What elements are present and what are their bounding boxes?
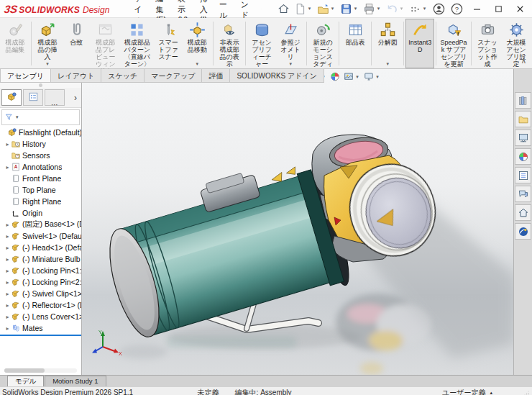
panel-tab[interactable] bbox=[1, 89, 22, 106]
expand-arrow-icon[interactable] bbox=[4, 164, 11, 171]
panel-tab[interactable]: ⋯ bbox=[45, 89, 65, 106]
dropdown-caret-icon[interactable] bbox=[306, 6, 313, 12]
ribbon-insert-component-button[interactable]: 構成部品の挿入 bbox=[33, 19, 62, 68]
config-selector[interactable]: ユーザー定義 bbox=[442, 388, 485, 395]
ribbon-speedpak-update-button[interactable]: SpeedPak サブアセンブリを更新 bbox=[438, 19, 469, 68]
headsup-button[interactable] bbox=[329, 71, 341, 83]
dropdown-caret-icon[interactable] bbox=[421, 6, 428, 12]
command-tab[interactable]: スケッチ bbox=[101, 69, 145, 83]
expand-arrow-icon[interactable] bbox=[4, 325, 11, 332]
panel-expand-arrow[interactable]: › bbox=[71, 93, 80, 103]
expand-arrow-icon[interactable] bbox=[4, 302, 11, 309]
window-button[interactable] bbox=[509, 1, 531, 17]
tree-root-item[interactable]: Flashlight (Default) <D bbox=[0, 127, 81, 138]
dropdown-caret-icon[interactable] bbox=[329, 6, 336, 12]
expand-arrow-icon[interactable] bbox=[4, 314, 11, 320]
ribbon-move-component-button[interactable]: 構成部品移動 bbox=[183, 19, 211, 68]
tree-item[interactable]: Right Plane bbox=[0, 196, 81, 207]
tree-item[interactable]: (-) Head<1> (Defa bbox=[0, 242, 81, 253]
scrollbar-thumb[interactable] bbox=[4, 368, 45, 373]
expand-arrow-icon[interactable] bbox=[4, 279, 11, 286]
ribbon-instant3d-button[interactable]: Instant3D bbox=[405, 19, 434, 68]
ribbon-collapse-icon[interactable]: ∧ bbox=[521, 58, 526, 394]
ribbon-smart-fastener-button[interactable]: スマートファスナー bbox=[154, 19, 183, 68]
command-tab[interactable]: マークアップ bbox=[144, 69, 202, 83]
command-tab[interactable]: レイアウト bbox=[50, 69, 101, 83]
dropdown-caret-icon[interactable] bbox=[354, 74, 361, 80]
tree-item[interactable]: (-) Swivel Clip<1> bbox=[0, 288, 81, 299]
ribbon-exploded-view-button[interactable]: 分解図 bbox=[373, 19, 402, 68]
config-caret-icon[interactable]: ▴ bbox=[490, 390, 492, 395]
tree-item[interactable]: Sensors bbox=[0, 150, 81, 161]
tree-item[interactable]: Front Plane bbox=[0, 173, 81, 184]
ribbon-new-motion-study-button[interactable]: 新規のモーションスタディ bbox=[308, 19, 337, 68]
panel-splitter-handle[interactable] bbox=[0, 83, 81, 88]
quick-button[interactable] bbox=[316, 2, 337, 16]
quick-button[interactable] bbox=[408, 2, 429, 16]
quick-button[interactable] bbox=[385, 2, 406, 16]
dropdown-caret-icon[interactable] bbox=[375, 6, 382, 12]
tree-item[interactable]: Top Plane bbox=[0, 184, 81, 196]
tree-item[interactable]: (固定) Base<1> (D bbox=[0, 219, 81, 230]
quick-button[interactable] bbox=[339, 2, 360, 16]
command-tab[interactable]: 評価 bbox=[201, 69, 230, 83]
ribbon-large-assembly-settings-button[interactable]: 大規模アセンブリ設定 bbox=[502, 19, 531, 68]
dropdown-caret-icon[interactable] bbox=[398, 6, 405, 12]
dropdown-caret-icon[interactable] bbox=[45, 61, 51, 68]
ribbon-assembly-features-button[interactable]: アセンブリフィーチャー bbox=[247, 19, 276, 68]
filter-dropdown-caret[interactable] bbox=[16, 114, 19, 120]
quick-button[interactable] bbox=[293, 2, 314, 16]
expand-arrow-icon[interactable] bbox=[4, 245, 11, 251]
ribbon-bom-button[interactable]: 部品表 bbox=[341, 19, 370, 68]
command-tab[interactable]: アセンブリ bbox=[0, 69, 51, 83]
document-tab[interactable]: モデル bbox=[7, 376, 44, 386]
user-account-icon[interactable] bbox=[432, 2, 446, 16]
ribbon-snapshot-button[interactable]: スナップショット作成 bbox=[473, 19, 502, 68]
expand-arrow-icon[interactable] bbox=[4, 268, 11, 274]
dropdown-caret-icon[interactable] bbox=[385, 61, 391, 68]
status-icon[interactable] bbox=[497, 388, 506, 395]
rollback-bar[interactable] bbox=[0, 335, 81, 336]
tree-item[interactable]: (-) Miniature Bulb bbox=[0, 253, 81, 265]
motion-study-icon bbox=[315, 22, 331, 38]
tree-item[interactable]: (-) Locking Pin<1: bbox=[0, 265, 81, 276]
tree-item[interactable]: (-) Lens Cover<1> bbox=[0, 311, 81, 322]
dropdown-caret-icon[interactable] bbox=[288, 61, 294, 68]
document-tab[interactable]: Motion Study 1 bbox=[45, 376, 106, 386]
graphics-viewport[interactable]: Y X bbox=[81, 69, 514, 375]
expand-arrow-icon[interactable] bbox=[4, 141, 11, 147]
ribbon-component-preview-window-button[interactable]: 構成部品プレビューウィンドウ bbox=[91, 19, 121, 68]
expand-arrow-icon[interactable] bbox=[4, 256, 11, 263]
tree-item[interactable]: Swivel<1> (Defaul bbox=[0, 230, 81, 242]
expand-arrow-icon[interactable] bbox=[4, 291, 11, 297]
headsup-button[interactable] bbox=[363, 71, 382, 83]
ribbon-reference-geometry-button[interactable]: 参照ジオメトリ bbox=[276, 19, 305, 68]
tree-item[interactable]: History bbox=[0, 138, 81, 150]
ribbon-mate-button[interactable]: 合致 bbox=[62, 19, 91, 68]
window-button[interactable] bbox=[466, 1, 487, 17]
ribbon-show-hidden-components-button[interactable]: 非表示構成部品の表示 bbox=[215, 19, 244, 68]
window-button[interactable] bbox=[487, 1, 509, 17]
expand-arrow-icon[interactable] bbox=[4, 222, 11, 228]
ribbon-edit-component-button[interactable]: 構成部品編集 bbox=[1, 19, 29, 68]
panel-tab[interactable] bbox=[23, 89, 43, 106]
command-tab[interactable]: SOLIDWORKS アドイン bbox=[229, 69, 324, 83]
dropdown-caret-icon[interactable] bbox=[194, 61, 201, 68]
tree-filter[interactable] bbox=[1, 109, 80, 125]
status-icon[interactable] bbox=[509, 388, 518, 395]
tree-horizontal-scrollbar[interactable] bbox=[4, 368, 77, 373]
headsup-button[interactable] bbox=[343, 71, 362, 83]
tree-item[interactable]: (-) Locking Pin<2: bbox=[0, 276, 81, 288]
quick-button[interactable] bbox=[362, 2, 383, 16]
tree-item[interactable]: Origin bbox=[0, 207, 81, 219]
expand-arrow-icon[interactable] bbox=[4, 233, 11, 240]
dropdown-caret-icon[interactable] bbox=[375, 74, 381, 80]
tree-item[interactable]: A Annotations bbox=[0, 161, 81, 173]
dropdown-caret-icon[interactable] bbox=[352, 6, 359, 12]
quick-button[interactable] bbox=[276, 2, 291, 16]
feature-tree: Flashlight (Default) <D History bbox=[0, 126, 81, 375]
ribbon-component-pattern-button[interactable]: 構成部品パターン〈直線パターン〉 bbox=[121, 19, 155, 68]
help-icon[interactable]: ? bbox=[450, 2, 464, 16]
tree-item[interactable]: Mates bbox=[0, 322, 81, 334]
tree-item[interactable]: (-) Reflector<1> (D bbox=[0, 299, 81, 311]
